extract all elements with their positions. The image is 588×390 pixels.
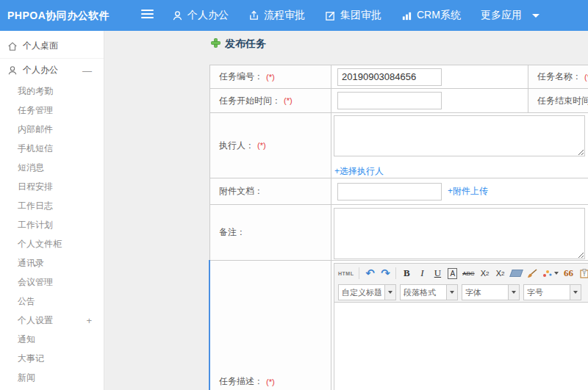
font-size-dropdown[interactable]: 字号 xyxy=(523,284,581,300)
sidebar-item-schedule[interactable]: 日程安排 xyxy=(0,177,104,196)
nav-crm-system[interactable]: CRM系统 xyxy=(401,9,461,22)
caret-down-icon xyxy=(384,285,395,300)
sidebar-item-label: 工作日志 xyxy=(18,200,53,212)
nav-label: 流程审批 xyxy=(264,9,305,22)
sidebar-item-internal-mail[interactable]: 内部邮件 xyxy=(0,120,104,139)
superscript-button[interactable]: X2 xyxy=(480,267,490,280)
paragraph-format-dropdown[interactable]: 段落格式 xyxy=(400,284,458,300)
sidebar-item-label: 通知 xyxy=(18,333,35,346)
sidebar-item-label: 通讯录 xyxy=(18,257,44,270)
user-icon xyxy=(172,10,183,21)
subscript-button[interactable]: X2 xyxy=(495,267,506,280)
sidebar-item-personal-office[interactable]: 个人办公 — xyxy=(0,59,104,82)
font-family-dropdown[interactable]: 字体 xyxy=(462,284,520,300)
remark-label: 备注： xyxy=(210,205,331,261)
choose-executor-link[interactable]: +选择执行人 xyxy=(334,166,384,176)
sidebar-item-label: 个人办公 xyxy=(23,64,58,76)
task-number-label: 任务编号： (*) xyxy=(210,65,331,89)
start-time-label: 任务开始时间： (*) xyxy=(210,89,331,113)
top-bar: PHPOA协同办公软件 个人办公 流程审批 集团审批 CRM系统 xyxy=(0,0,588,31)
sidebar-item-news[interactable]: 新闻 xyxy=(0,368,104,387)
executor-textarea[interactable] xyxy=(334,115,585,156)
sidebar-item-notice[interactable]: 通知 xyxy=(0,330,104,349)
editor-content-area[interactable] xyxy=(334,302,588,390)
nav-group-approval[interactable]: 集团审批 xyxy=(325,9,381,22)
sidebar-item-meeting-management[interactable]: 会议管理 xyxy=(0,272,104,292)
sidebar-item-label: 公告 xyxy=(18,295,35,308)
sidebar-item-personal-settings[interactable]: 个人设置 + xyxy=(0,311,104,330)
nav-personal-office[interactable]: 个人办公 xyxy=(172,9,229,22)
paste-clipboard-icon[interactable]: T xyxy=(579,267,588,280)
italic-button[interactable]: I xyxy=(417,267,427,280)
task-name-label: 任务名称： (*) xyxy=(528,65,588,89)
executor-cell: +选择执行人 提醒执行人： 短消息提示 xyxy=(331,113,588,178)
sidebar-item-label: 新闻 xyxy=(18,372,35,384)
eraser-icon[interactable] xyxy=(511,267,522,280)
nav-process-approval[interactable]: 流程审批 xyxy=(248,9,305,22)
collapse-icon[interactable]: — xyxy=(82,65,92,75)
sidebar-item-mobile-sms[interactable]: 手机短信 xyxy=(0,139,104,158)
bold-button[interactable]: B xyxy=(401,267,412,280)
page-title: 发布任务 xyxy=(225,37,266,51)
nav-label: 集团审批 xyxy=(340,9,381,22)
sidebar-item-my-attendance[interactable]: 我的考勤 xyxy=(0,82,104,101)
top-navigation: 个人办公 流程审批 集团审批 CRM系统 更多应用 xyxy=(172,0,539,31)
remark-cell xyxy=(331,205,588,261)
sidebar-item-announcement[interactable]: 公告 xyxy=(0,292,104,311)
start-time-input[interactable] xyxy=(337,92,442,109)
sidebar-item-work-log[interactable]: 工作日志 xyxy=(0,196,104,215)
task-number-cell xyxy=(331,65,528,89)
sidebar-item-personal-desktop[interactable]: 个人桌面 xyxy=(0,34,104,59)
expand-icon[interactable]: + xyxy=(86,316,92,325)
process-icon xyxy=(248,10,259,21)
strikethrough-button[interactable]: ABC xyxy=(462,267,474,280)
sidebar-item-short-message[interactable]: 短消息 xyxy=(0,158,104,177)
executor-label: 执行人： (*) xyxy=(210,113,331,178)
caret-down-icon xyxy=(570,285,581,300)
caret-down-icon xyxy=(554,272,559,275)
required-mark: (*) xyxy=(284,96,293,105)
attachment-input[interactable] xyxy=(337,183,442,201)
format-brush-icon[interactable] xyxy=(527,267,537,280)
nav-more-apps[interactable]: 更多应用 xyxy=(481,9,539,22)
underline-button[interactable]: U xyxy=(432,267,442,280)
undo-icon[interactable]: ↶ xyxy=(365,267,375,280)
editor-toolbar-row-1: HTML ↶ ↷ B I U A ABC X2 X2 xyxy=(334,264,588,283)
required-mark: (*) xyxy=(584,73,588,82)
page-header: 发布任务 xyxy=(211,37,266,51)
sidebar-item-label: 任务管理 xyxy=(18,104,53,117)
sidebar-item-memorabilia[interactable]: 大事记 xyxy=(0,349,104,368)
blockquote-button[interactable]: 66 xyxy=(564,267,574,280)
sidebar-item-label: 个人桌面 xyxy=(23,40,58,52)
start-time-cell xyxy=(331,89,528,113)
redo-icon[interactable]: ↷ xyxy=(380,267,390,280)
sidebar-item-label: 个人设置 xyxy=(18,314,53,327)
sidebar-item-label: 我的考勤 xyxy=(18,85,53,98)
sidebar-item-label: 手机短信 xyxy=(18,142,53,155)
spray-color-icon[interactable] xyxy=(542,267,559,280)
hamburger-menu-icon[interactable] xyxy=(141,10,154,21)
sidebar-item-personal-cabinet[interactable]: 个人文件柜 xyxy=(0,234,104,253)
sidebar-item-task-management[interactable]: 任务管理 xyxy=(0,101,104,120)
sidebar-item-contacts[interactable]: 通讯录 xyxy=(0,253,104,272)
task-description-cell: HTML ↶ ↷ B I U A ABC X2 X2 xyxy=(331,261,588,390)
sidebar-item-label: 短消息 xyxy=(18,162,44,174)
rich-text-editor: HTML ↶ ↷ B I U A ABC X2 X2 xyxy=(334,263,588,390)
attachment-cell: +附件上传 xyxy=(331,178,588,205)
required-mark: (*) xyxy=(266,378,275,386)
char-style-button[interactable]: A xyxy=(448,268,457,279)
sidebar-item-work-plan[interactable]: 工作计划 xyxy=(0,215,104,234)
html-source-button[interactable]: HTML xyxy=(338,267,354,280)
app-logo[interactable]: PHPOA协同办公软件 xyxy=(7,0,110,31)
publish-task-form: 任务编号： (*) 任务名称： (*) 任务开始时间： (*) 任务结束时间： … xyxy=(209,65,588,390)
sidebar-item-label: 个人文件柜 xyxy=(18,238,62,250)
task-number-input[interactable] xyxy=(337,68,442,86)
attachment-upload-link[interactable]: +附件上传 xyxy=(448,185,488,198)
remark-textarea[interactable] xyxy=(334,208,585,259)
sidebar-item-label: 会议管理 xyxy=(18,276,53,289)
editor-toolbar-row-2: 自定义标题 段落格式 字体 字号 xyxy=(334,283,588,302)
sidebar-menu: 个人桌面 个人办公 — 我的考勤 任务管理 内部邮件 手机短信 短消息 日程安排… xyxy=(0,31,104,387)
nav-label: 个人办公 xyxy=(187,9,229,22)
user-icon xyxy=(7,65,18,76)
custom-title-dropdown[interactable]: 自定义标题 xyxy=(338,284,396,300)
